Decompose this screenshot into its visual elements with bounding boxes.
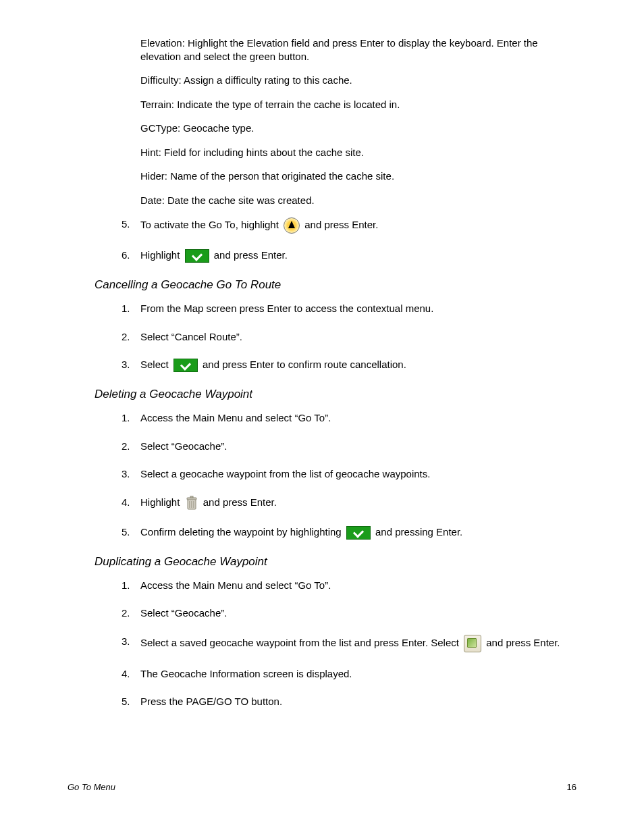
step-number: 3. bbox=[122, 467, 140, 481]
page: Elevation: Highlight the Elevation field… bbox=[0, 0, 644, 834]
step-text-post: and press Enter. bbox=[203, 496, 277, 508]
duplicate-step-1: 1. Access the Main Menu and select “Go T… bbox=[122, 579, 576, 592]
step-text-post: and press Enter. bbox=[304, 219, 378, 230]
delete-steps: 1. Access the Main Menu and select “Go T… bbox=[95, 411, 576, 540]
duplicate-step-4: 4. The Geocache Information screen is di… bbox=[122, 667, 576, 681]
step-number: 4. bbox=[122, 667, 140, 681]
step-body: Highlight and press Enter. bbox=[140, 249, 576, 263]
continued-steps: 5. To activate the Go To, highlight and … bbox=[95, 217, 576, 263]
step-body: Select “Cancel Route”. bbox=[140, 330, 576, 344]
step-number: 1. bbox=[122, 302, 140, 315]
step-body: Select “Geocache”. bbox=[140, 606, 576, 620]
page-footer: Go To Menu 16 bbox=[68, 782, 576, 793]
trash-icon bbox=[185, 496, 198, 511]
field-date: Date: Date the cache site was created. bbox=[140, 194, 576, 207]
step-number: 5. bbox=[122, 695, 140, 708]
step-number: 6. bbox=[122, 249, 140, 263]
duplicate-step-2: 2. Select “Geocache”. bbox=[122, 606, 576, 620]
step-text-post: and press Enter. bbox=[486, 637, 560, 648]
delete-step-2: 2. Select “Geocache”. bbox=[122, 440, 576, 453]
step-text-post: and pressing Enter. bbox=[375, 526, 462, 538]
step-number: 2. bbox=[122, 330, 140, 344]
check-icon bbox=[185, 249, 209, 263]
step-number: 3. bbox=[122, 358, 140, 372]
step-text-pre: To activate the Go To, highlight bbox=[140, 219, 281, 230]
step-number: 1. bbox=[122, 579, 140, 592]
step-body: Access the Main Menu and select “Go To”. bbox=[140, 579, 576, 592]
step-text-pre: Highlight bbox=[140, 496, 183, 508]
step-body: Highlight and press Enter. bbox=[140, 496, 576, 511]
heading-cancel-route: Cancelling a Geocache Go To Route bbox=[95, 278, 576, 292]
field-elevation: Elevation: Highlight the Elevation field… bbox=[140, 36, 576, 63]
delete-step-1: 1. Access the Main Menu and select “Go T… bbox=[122, 411, 576, 425]
cancel-step-2: 2. Select “Cancel Route”. bbox=[122, 330, 576, 344]
duplicate-step-5: 5. Press the PAGE/GO TO button. bbox=[122, 695, 576, 708]
step-body: Select a geocache waypoint from the list… bbox=[140, 467, 576, 481]
step-body: The Geocache Information screen is displ… bbox=[140, 667, 576, 681]
step-number: 2. bbox=[122, 606, 140, 620]
field-gctype: GCType: Geocache type. bbox=[140, 122, 576, 135]
heading-duplicate-waypoint: Duplicating a Geocache Waypoint bbox=[95, 554, 576, 569]
footer-page-number: 16 bbox=[567, 782, 576, 793]
field-difficulty: Difficulty: Assign a difficulty rating t… bbox=[140, 74, 576, 87]
step-5: 5. To activate the Go To, highlight and … bbox=[122, 217, 576, 234]
svg-rect-2 bbox=[190, 496, 193, 498]
step-body: To activate the Go To, highlight and pre… bbox=[140, 217, 576, 234]
step-body: Press the PAGE/GO TO button. bbox=[140, 695, 576, 708]
step-text-post: and press Enter to confirm route cancell… bbox=[203, 359, 406, 370]
cancel-steps: 1. From the Map screen press Enter to ac… bbox=[95, 302, 576, 372]
field-hider: Hider: Name of the person that originate… bbox=[140, 170, 576, 183]
delete-step-3: 3. Select a geocache waypoint from the l… bbox=[122, 467, 576, 481]
step-body: From the Map screen press Enter to acces… bbox=[140, 302, 576, 315]
step-number: 3. bbox=[122, 635, 140, 652]
step-number: 4. bbox=[122, 496, 140, 511]
step-body: Confirm deleting the waypoint by highlig… bbox=[140, 525, 576, 540]
step-body: Access the Main Menu and select “Go To”. bbox=[140, 411, 576, 425]
cancel-step-3: 3. Select and press Enter to confirm rou… bbox=[122, 358, 576, 372]
step-text-pre: Highlight bbox=[140, 249, 183, 261]
step-text-pre: Select bbox=[140, 359, 171, 370]
save-icon bbox=[464, 635, 481, 652]
step-text-pre: Select a saved geocache waypoint from th… bbox=[140, 637, 462, 648]
field-terrain: Terrain: Indicate the type of terrain th… bbox=[140, 98, 576, 111]
step-number: 2. bbox=[122, 440, 140, 453]
goto-icon bbox=[284, 217, 300, 234]
heading-delete-waypoint: Deleting a Geocache Waypoint bbox=[95, 387, 576, 402]
step-number: 5. bbox=[122, 525, 140, 540]
step-text-post: and press Enter. bbox=[214, 249, 288, 261]
delete-step-5: 5. Confirm deleting the waypoint by high… bbox=[122, 525, 576, 540]
step-text-pre: Confirm deleting the waypoint by highlig… bbox=[140, 526, 344, 538]
footer-section: Go To Menu bbox=[68, 782, 115, 793]
step-body: Select “Geocache”. bbox=[140, 440, 576, 453]
duplicate-step-3: 3. Select a saved geocache waypoint from… bbox=[122, 635, 576, 652]
step-number: 1. bbox=[122, 411, 140, 425]
step-6: 6. Highlight and press Enter. bbox=[122, 249, 576, 263]
check-icon bbox=[346, 526, 371, 540]
delete-step-4: 4. Highlight and press Enter. bbox=[122, 496, 576, 511]
field-hint: Hint: Field for including hints about th… bbox=[140, 146, 576, 159]
cancel-step-1: 1. From the Map screen press Enter to ac… bbox=[122, 302, 576, 315]
step-number: 5. bbox=[122, 217, 140, 234]
step-body: Select a saved geocache waypoint from th… bbox=[140, 635, 576, 652]
check-icon bbox=[173, 359, 198, 372]
step-body: Select and press Enter to confirm route … bbox=[140, 358, 576, 372]
duplicate-steps: 1. Access the Main Menu and select “Go T… bbox=[95, 579, 576, 708]
